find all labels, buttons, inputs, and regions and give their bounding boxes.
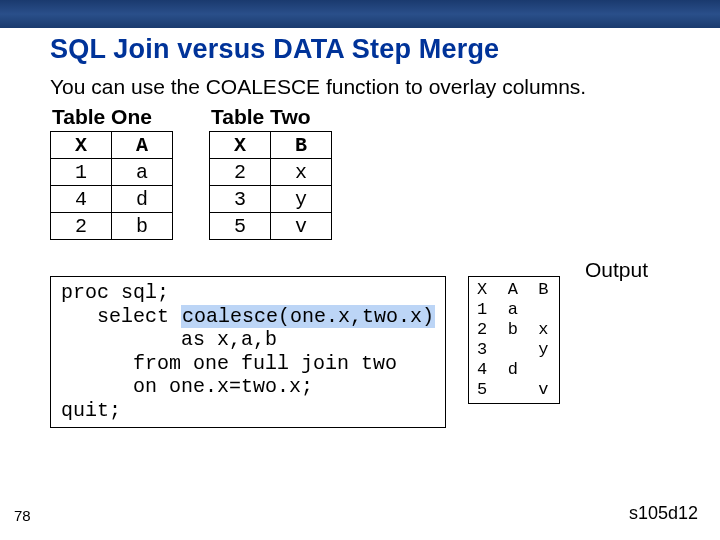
description-text: You can use the COALESCE function to ove… bbox=[50, 75, 686, 99]
banner bbox=[0, 0, 720, 28]
td: b bbox=[112, 213, 173, 240]
td: x bbox=[271, 159, 332, 186]
td: y bbox=[271, 186, 332, 213]
th: B bbox=[271, 132, 332, 159]
table-two-group: Table Two X B 2x 3y 5v bbox=[209, 105, 332, 240]
td: 4 bbox=[51, 186, 112, 213]
page-number: 78 bbox=[14, 507, 31, 524]
output-box: X A B 1 a 2 b x 3 y 4 d 5 v bbox=[468, 276, 559, 404]
code-highlight: coalesce(one.x,two.x) bbox=[181, 305, 435, 328]
table-two: X B 2x 3y 5v bbox=[209, 131, 332, 240]
output-label: Output bbox=[585, 258, 648, 282]
table-one-group: Table One X A 1a 4d 2b bbox=[50, 105, 173, 240]
th: A bbox=[112, 132, 173, 159]
th: X bbox=[210, 132, 271, 159]
slide-id: s105d12 bbox=[629, 503, 698, 524]
tables-row: Table One X A 1a 4d 2b Table Two X B 2x … bbox=[50, 105, 686, 240]
td: 2 bbox=[51, 213, 112, 240]
table-one: X A 1a 4d 2b bbox=[50, 131, 173, 240]
td: 2 bbox=[210, 159, 271, 186]
td: v bbox=[271, 213, 332, 240]
th: X bbox=[51, 132, 112, 159]
code-line: select bbox=[61, 305, 181, 328]
td: 1 bbox=[51, 159, 112, 186]
code-line: from one full join two bbox=[61, 352, 397, 375]
code-box: proc sql; select coalesce(one.x,two.x) a… bbox=[50, 276, 446, 428]
table-one-title: Table One bbox=[50, 105, 173, 129]
td: d bbox=[112, 186, 173, 213]
code-row: proc sql; select coalesce(one.x,two.x) a… bbox=[50, 276, 686, 428]
td: a bbox=[112, 159, 173, 186]
code-line: on one.x=two.x; bbox=[61, 375, 313, 398]
slide-content: SQL Join versus DATA Step Merge You can … bbox=[0, 28, 720, 428]
table-two-title: Table Two bbox=[209, 105, 332, 129]
code-line: proc sql; bbox=[61, 281, 169, 304]
slide-title: SQL Join versus DATA Step Merge bbox=[50, 34, 686, 65]
td: 3 bbox=[210, 186, 271, 213]
code-line: as x,a,b bbox=[61, 328, 277, 351]
code-line: quit; bbox=[61, 399, 121, 422]
td: 5 bbox=[210, 213, 271, 240]
